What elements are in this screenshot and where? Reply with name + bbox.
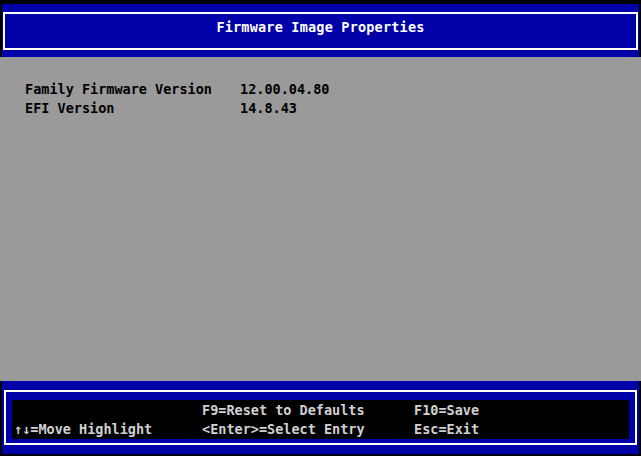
title-border-box: Firmware Image Properties xyxy=(3,12,638,50)
property-value: 14.8.43 xyxy=(240,99,297,118)
hint-f10-save: F10=Save xyxy=(414,401,629,420)
property-label: EFI Version xyxy=(25,99,240,118)
hint-esc-exit: Esc=Exit xyxy=(414,420,629,439)
key-hints-panel: F9=Reset to Defaults F10=Save ↑↓=Move Hi… xyxy=(12,400,629,439)
property-label: Family Firmware Version xyxy=(25,80,240,99)
properties-panel: Family Firmware Version 12.00.04.80 EFI … xyxy=(0,57,641,381)
property-row-family-firmware-version: Family Firmware Version 12.00.04.80 xyxy=(0,80,641,99)
hint-empty xyxy=(14,401,202,420)
property-row-efi-version: EFI Version 14.8.43 xyxy=(0,99,641,118)
hint-move-highlight: ↑↓=Move Highlight xyxy=(14,420,202,439)
title-bar: Firmware Image Properties xyxy=(2,4,639,57)
key-hints-bar: F9=Reset to Defaults F10=Save ↑↓=Move Hi… xyxy=(2,381,639,454)
key-hints-border-box: F9=Reset to Defaults F10=Save ↑↓=Move Hi… xyxy=(4,390,637,445)
page-title: Firmware Image Properties xyxy=(216,19,424,35)
hint-enter-select-entry: <Enter>=Select Entry xyxy=(202,420,414,439)
property-value: 12.00.04.80 xyxy=(240,80,329,99)
bios-setup-screen: Firmware Image Properties Family Firmwar… xyxy=(0,0,641,456)
hint-f9-reset-defaults: F9=Reset to Defaults xyxy=(202,401,414,420)
